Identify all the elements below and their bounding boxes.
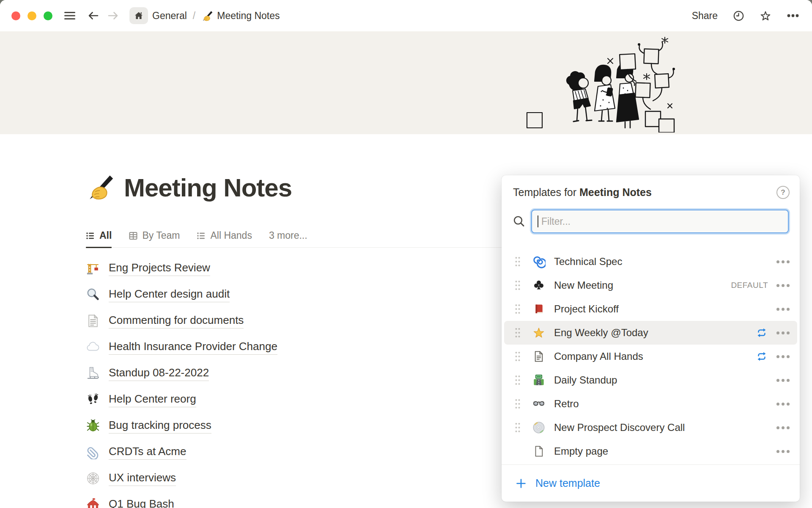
- list-item[interactable]: Help Center reorg: [86, 387, 277, 413]
- row-more-options-icon[interactable]: [776, 306, 790, 312]
- empty-page-icon: [532, 444, 546, 458]
- breadcrumb: General / Meeting Notes: [152, 10, 280, 22]
- sunglasses-icon: [532, 397, 546, 411]
- row-more-options-icon[interactable]: [776, 330, 790, 336]
- ice-skate-icon: [86, 366, 100, 381]
- club-suit-icon: [532, 279, 546, 292]
- minimize-window-button[interactable]: [27, 11, 36, 20]
- breadcrumb-workspace[interactable]: General: [152, 10, 187, 22]
- drag-handle-icon[interactable]: [514, 351, 521, 362]
- back-arrow-icon[interactable]: [87, 10, 99, 21]
- drag-handle-icon[interactable]: [514, 375, 521, 386]
- template-row[interactable]: Empty page: [504, 439, 797, 463]
- row-more-options-icon[interactable]: [776, 353, 790, 360]
- paperclip-icon: [86, 445, 100, 459]
- text-caret: [538, 215, 538, 227]
- list-item[interactable]: Help Center design audit: [86, 282, 277, 308]
- tab-all-hands[interactable]: All Hands: [197, 224, 252, 247]
- default-badge: DEFAULT: [731, 281, 768, 290]
- plus-icon: [515, 478, 527, 489]
- titlebar-actions: Share: [692, 10, 812, 22]
- writing-hand-icon: [201, 10, 213, 22]
- forward-arrow-icon[interactable]: [107, 10, 119, 21]
- row-more-options-icon[interactable]: [776, 448, 790, 455]
- cyclone-icon: [532, 255, 546, 268]
- document-lines-icon: [532, 350, 546, 363]
- recurring-icon[interactable]: [755, 350, 768, 363]
- page-list: Eng Projects Review Help Center design a…: [86, 255, 277, 508]
- tab-more[interactable]: 3 more...: [269, 224, 307, 247]
- notion-window: General / Meeting Notes Share: [0, 0, 812, 508]
- list-item[interactable]: CRDTs at Acme: [86, 439, 277, 465]
- building-construction-icon: [86, 261, 100, 276]
- writing-hand-icon[interactable]: [86, 173, 114, 201]
- magnifying-glass-icon: [86, 287, 100, 302]
- tab-by-team[interactable]: By Team: [129, 224, 180, 247]
- drag-handle-icon[interactable]: [514, 304, 521, 315]
- row-more-options-icon[interactable]: [776, 401, 790, 407]
- row-more-options-icon[interactable]: [776, 259, 790, 265]
- beetle-icon: [86, 419, 100, 433]
- template-row[interactable]: Project Kickoff: [504, 297, 797, 321]
- breadcrumb-page[interactable]: Meeting Notes: [217, 10, 280, 22]
- tab-all[interactable]: All: [86, 224, 112, 247]
- template-row[interactable]: New Prospect Discovery Call: [504, 416, 797, 439]
- row-more-options-icon[interactable]: [776, 282, 790, 289]
- page-facing-up-icon: [86, 314, 100, 328]
- close-window-button[interactable]: [11, 11, 20, 20]
- template-row-selected[interactable]: Eng Weekly @Today: [504, 321, 797, 345]
- drag-handle-icon[interactable]: [514, 327, 521, 338]
- page-title[interactable]: Meeting Notes: [124, 174, 292, 201]
- favorite-star-icon[interactable]: [760, 10, 771, 22]
- drag-handle-icon[interactable]: [514, 422, 521, 433]
- page-title-row: Meeting Notes: [86, 173, 292, 201]
- circus-tent-icon: [86, 497, 100, 508]
- drag-handle-icon[interactable]: [514, 398, 521, 409]
- home-icon: [134, 11, 144, 20]
- cover-illustration: [524, 31, 714, 133]
- spider-web-icon: [86, 471, 100, 486]
- window-controls: [11, 11, 52, 20]
- clock-history-icon[interactable]: [733, 10, 744, 22]
- share-button[interactable]: Share: [692, 10, 718, 22]
- list-item[interactable]: Q1 Bug Bash: [86, 491, 277, 508]
- template-row[interactable]: New Meeting DEFAULT: [504, 273, 797, 297]
- titlebar: General / Meeting Notes Share: [0, 0, 812, 31]
- optical-disc-icon: [532, 421, 546, 434]
- template-list: Technical Spec New Meeting DEFAULT: [504, 250, 797, 463]
- templates-popup: Templates for Meeting Notes ? Technical …: [502, 175, 800, 502]
- more-options-icon[interactable]: [787, 14, 799, 18]
- recurring-icon[interactable]: [755, 326, 768, 339]
- list-item[interactable]: Standup 08-22-2022: [86, 360, 277, 387]
- row-more-options-icon[interactable]: [776, 425, 790, 431]
- new-template-button[interactable]: New template: [502, 464, 800, 502]
- drag-handle-icon[interactable]: [514, 280, 521, 291]
- list-item[interactable]: UX interviews: [86, 465, 277, 491]
- footprints-icon: [86, 392, 100, 407]
- sidebar-menu-icon[interactable]: [63, 10, 76, 21]
- star-icon: [532, 326, 546, 340]
- breadcrumb-separator: /: [193, 10, 195, 22]
- template-filter-row: [511, 209, 789, 234]
- template-row[interactable]: Company All Hands: [504, 345, 797, 368]
- help-icon[interactable]: ?: [776, 186, 790, 199]
- list-item[interactable]: Bug tracking process: [86, 413, 277, 439]
- home-button[interactable]: [129, 7, 148, 24]
- search-icon: [513, 215, 525, 228]
- table-icon: [129, 231, 138, 240]
- popup-title: Templates for Meeting Notes: [513, 186, 770, 199]
- template-row[interactable]: Retro: [504, 392, 797, 416]
- bulleted-list-icon: [197, 231, 206, 240]
- list-item[interactable]: Health Insurance Provider Change: [86, 334, 277, 360]
- filter-input[interactable]: [531, 210, 789, 233]
- drag-handle-icon[interactable]: [514, 256, 521, 267]
- list-item[interactable]: Eng Projects Review: [86, 255, 277, 282]
- closed-red-book-icon: [532, 302, 546, 316]
- template-row[interactable]: Daily Standup: [504, 368, 797, 392]
- list-item[interactable]: Commenting for documents: [86, 308, 277, 334]
- bulleted-list-icon: [86, 231, 95, 240]
- row-more-options-icon[interactable]: [776, 377, 790, 384]
- cloud-icon: [86, 340, 100, 354]
- zoom-window-button[interactable]: [44, 11, 52, 20]
- template-row[interactable]: Technical Spec: [504, 250, 797, 273]
